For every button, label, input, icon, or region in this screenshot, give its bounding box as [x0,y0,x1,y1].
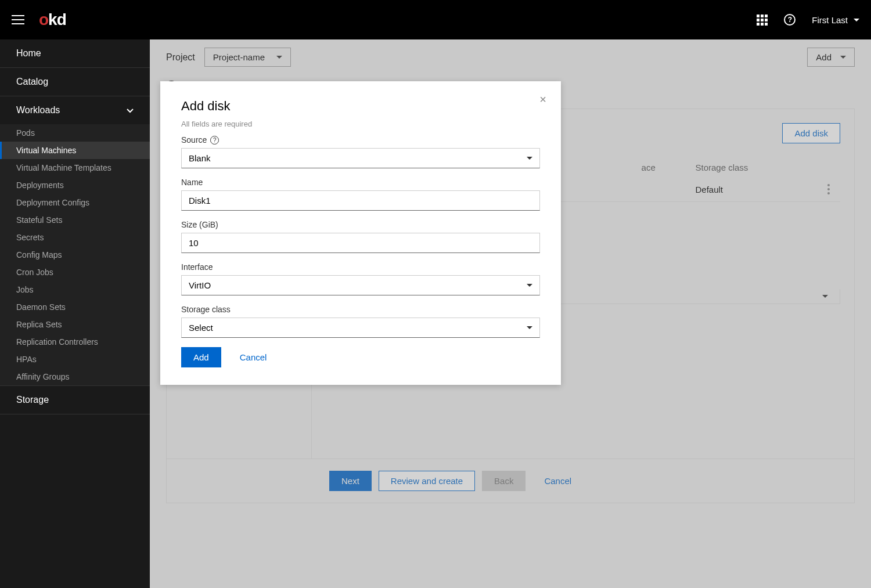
sidebar-section-home: Home [0,39,150,68]
help-icon[interactable]: ? [210,136,219,145]
sidebar-item-config-maps[interactable]: Config Maps [0,246,150,264]
sidebar-item-jobs[interactable]: Jobs [0,281,150,298]
sidebar-item-replica-sets[interactable]: Replica Sets [0,316,150,333]
modal-add-button[interactable]: Add [181,347,221,367]
user-name: First Last [812,15,848,25]
sidebar-item-vm-templates[interactable]: Virtual Machine Templates [0,159,150,176]
interface-label: Interface [181,262,540,272]
size-label: Size (GiB) [181,220,540,229]
caret-down-icon [527,284,532,287]
sidebar-storage[interactable]: Storage [0,386,150,414]
hamburger-icon[interactable] [12,15,24,24]
sidebar-item-affinity-groups[interactable]: Affinity Groups [0,368,150,385]
sidebar-item-hpas[interactable]: HPAs [0,351,150,368]
storage-class-select[interactable]: Select [181,318,540,338]
modal-title: Add disk [181,99,540,114]
modal-cancel-button[interactable]: Cancel [228,348,279,367]
modal-actions: Add Cancel [181,347,540,367]
sidebar-item-replication-controllers[interactable]: Replication Controllers [0,333,150,351]
logo: okd [39,10,66,29]
sidebar-item-virtual-machines[interactable]: Virtual Machines [0,142,150,159]
modal-subtitle: All fields are required [181,120,540,128]
sidebar-item-stateful-sets[interactable]: Stateful Sets [0,211,150,229]
caret-down-icon [527,326,532,329]
sidebar-item-cron-jobs[interactable]: Cron Jobs [0,264,150,281]
sidebar-item-secrets[interactable]: Secrets [0,229,150,246]
sidebar-home[interactable]: Home [0,39,150,67]
logo-o: o [39,10,48,28]
sidebar: Home Catalog Workloads Pods Virtual Mach… [0,39,150,588]
help-icon[interactable]: ? [784,14,796,26]
caret-down-icon [854,19,859,21]
top-bar: okd ? First Last [0,0,871,39]
chevron-down-icon [127,105,134,116]
add-disk-modal: × Add disk All fields are required Sourc… [160,81,561,385]
name-input[interactable] [181,190,540,211]
sidebar-section-workloads: Workloads Pods Virtual Machines Virtual … [0,96,150,386]
name-label: Name [181,178,540,187]
source-label: Source ? [181,135,540,145]
sidebar-workloads[interactable]: Workloads [0,96,150,124]
app-launcher-icon[interactable] [757,15,768,26]
storage-class-label: Storage class [181,305,540,314]
user-menu[interactable]: First Last [812,15,859,25]
topbar-right: ? First Last [757,14,859,26]
size-input[interactable] [181,233,540,253]
sidebar-item-daemon-sets[interactable]: Daemon Sets [0,298,150,316]
source-select[interactable]: Blank [181,148,540,168]
logo-kd: kd [48,10,66,28]
caret-down-icon [527,157,532,160]
sidebar-section-catalog: Catalog [0,68,150,96]
sidebar-item-deployments[interactable]: Deployments [0,176,150,194]
close-icon[interactable]: × [539,93,546,106]
sidebar-catalog[interactable]: Catalog [0,68,150,96]
sidebar-item-deployment-configs[interactable]: Deployment Configs [0,194,150,211]
interface-select[interactable]: VirtIO [181,275,540,295]
sidebar-section-storage: Storage [0,386,150,414]
sidebar-item-pods[interactable]: Pods [0,124,150,142]
workloads-items: Pods Virtual Machines Virtual Machine Te… [0,124,150,385]
